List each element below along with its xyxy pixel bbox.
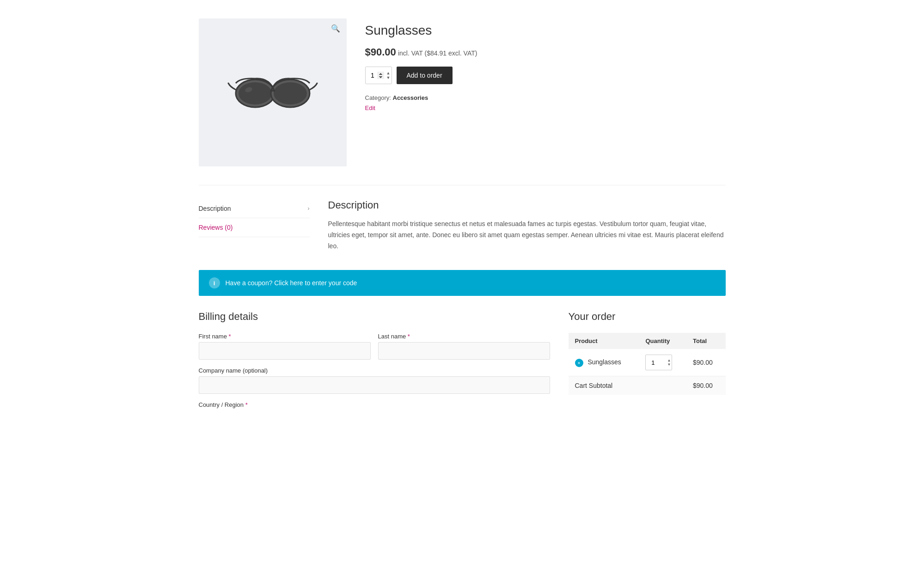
product-price: $90.00 bbox=[365, 46, 396, 58]
first-name-label: First name * bbox=[199, 333, 371, 340]
billing-details: Billing details First name * Last name * bbox=[199, 311, 550, 416]
category-row: Category: Accessories bbox=[365, 94, 726, 101]
tabs-sidebar: Description › Reviews (0) bbox=[199, 199, 310, 251]
svg-point-1 bbox=[239, 82, 272, 104]
billing-section-title: Billing details bbox=[199, 311, 550, 323]
tab-reviews-label: Reviews (0) bbox=[199, 224, 233, 231]
svg-point-3 bbox=[274, 82, 307, 104]
add-to-order-button[interactable]: Add to order bbox=[397, 67, 453, 84]
quantity-input-wrapper: ▲ ▼ bbox=[365, 67, 392, 84]
country-label: Country / Region * bbox=[199, 401, 550, 408]
name-row: First name * Last name * bbox=[199, 333, 550, 360]
order-quantity-wrapper: ▲ ▼ bbox=[645, 355, 672, 370]
product-image bbox=[226, 67, 319, 118]
checkout-section: Billing details First name * Last name * bbox=[199, 311, 726, 434]
remove-item-icon[interactable]: × bbox=[575, 359, 583, 367]
order-qty-down[interactable]: ▼ bbox=[667, 363, 671, 367]
product-price-vat: incl. VAT ($84.91 excl. VAT) bbox=[398, 49, 477, 57]
country-group: Country / Region * bbox=[199, 401, 550, 408]
tabs-content-section: Description › Reviews (0) Description Pe… bbox=[199, 185, 726, 270]
category-link[interactable]: Accessories bbox=[393, 94, 428, 101]
company-row: Company name (optional) bbox=[199, 367, 550, 394]
company-input[interactable] bbox=[199, 376, 550, 394]
subtotal-row: Cart Subtotal $90.00 bbox=[569, 376, 726, 395]
page-wrapper: 🔍 bbox=[185, 0, 740, 443]
last-name-group: Last name * bbox=[378, 333, 550, 360]
coupon-text: Have a coupon? Click here to enter your … bbox=[226, 279, 357, 287]
quantity-arrows: ▲ ▼ bbox=[386, 67, 391, 84]
category-label: Category: bbox=[365, 94, 391, 101]
coupon-banner[interactable]: i Have a coupon? Click here to enter you… bbox=[199, 270, 726, 296]
qty-up-arrow[interactable]: ▲ bbox=[386, 71, 391, 75]
order-item-name: × Sunglasses bbox=[569, 349, 639, 376]
tab-content: Description Pellentesque habitant morbi … bbox=[328, 199, 726, 251]
country-required: * bbox=[245, 401, 248, 408]
order-item-quantity-cell: ▲ ▼ bbox=[639, 349, 686, 376]
tab-reviews[interactable]: Reviews (0) bbox=[199, 218, 310, 237]
zoom-icon[interactable]: 🔍 bbox=[331, 24, 340, 33]
product-title: Sunglasses bbox=[365, 23, 726, 38]
col-product: Product bbox=[569, 333, 639, 349]
qty-down-arrow[interactable]: ▼ bbox=[386, 76, 391, 80]
description-body: Pellentesque habitant morbi tristique se… bbox=[328, 219, 726, 251]
your-order: Your order Product Quantity Total × Sung… bbox=[569, 311, 726, 416]
coupon-info-icon: i bbox=[209, 277, 220, 288]
subtotal-value: $90.00 bbox=[686, 376, 725, 395]
country-row: Country / Region * bbox=[199, 401, 550, 408]
order-section-title: Your order bbox=[569, 311, 726, 323]
tab-description-label: Description bbox=[199, 205, 231, 212]
first-name-input[interactable] bbox=[199, 342, 371, 360]
add-to-order-row: ▲ ▼ Add to order bbox=[365, 67, 726, 84]
subtotal-label: Cart Subtotal bbox=[569, 376, 687, 395]
order-table-header: Product Quantity Total bbox=[569, 333, 726, 349]
chevron-right-icon: › bbox=[308, 205, 310, 212]
product-image-box: 🔍 bbox=[199, 18, 347, 166]
order-qty-arrows: ▲ ▼ bbox=[667, 355, 671, 370]
order-item-row: × Sunglasses ▲ ▼ $ bbox=[569, 349, 726, 376]
tab-description[interactable]: Description › bbox=[199, 199, 310, 218]
first-name-required: * bbox=[229, 333, 231, 340]
edit-link-wrapper: Edit bbox=[365, 104, 726, 111]
order-table: Product Quantity Total × Sunglasses bbox=[569, 333, 726, 395]
order-item-total: $90.00 bbox=[686, 349, 725, 376]
company-label: Company name (optional) bbox=[199, 367, 550, 374]
edit-link[interactable]: Edit bbox=[365, 104, 375, 111]
last-name-required: * bbox=[408, 333, 410, 340]
product-section: 🔍 bbox=[199, 9, 726, 185]
order-qty-up[interactable]: ▲ bbox=[667, 359, 671, 362]
product-details: Sunglasses $90.00 incl. VAT ($84.91 excl… bbox=[365, 18, 726, 166]
last-name-label: Last name * bbox=[378, 333, 550, 340]
col-total: Total bbox=[686, 333, 725, 349]
company-group: Company name (optional) bbox=[199, 367, 550, 394]
description-title: Description bbox=[328, 199, 726, 211]
col-quantity: Quantity bbox=[639, 333, 686, 349]
product-price-row: $90.00 incl. VAT ($84.91 excl. VAT) bbox=[365, 46, 726, 58]
first-name-group: First name * bbox=[199, 333, 371, 360]
order-item-label: Sunglasses bbox=[587, 358, 621, 366]
last-name-input[interactable] bbox=[378, 342, 550, 360]
